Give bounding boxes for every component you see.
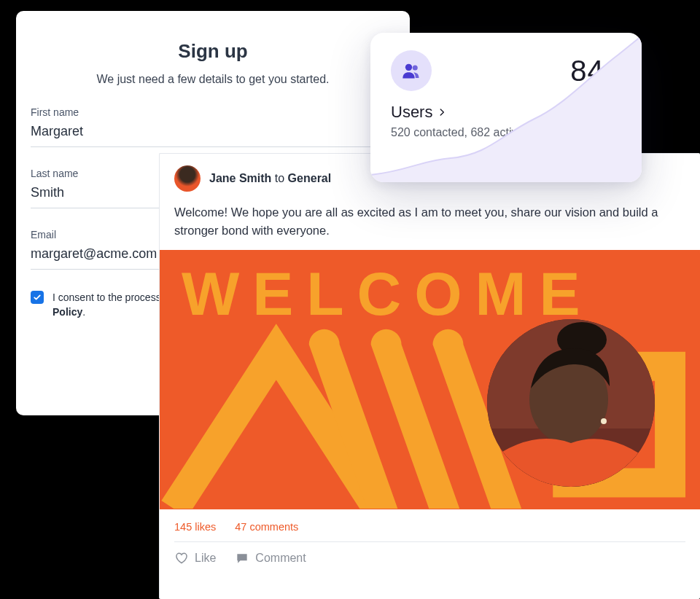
stats-card: 846 Users 520 contacted, 682 activated xyxy=(370,33,642,182)
svg-point-5 xyxy=(601,418,607,424)
consent-suffix: . xyxy=(82,306,85,318)
hero-photo xyxy=(487,319,655,487)
person-icon xyxy=(487,319,655,487)
post-actions: Like Comment xyxy=(160,542,700,565)
post-card: Jane Smith to General Welcome! We hope y… xyxy=(159,153,700,599)
heart-icon xyxy=(174,551,189,565)
people-icon xyxy=(401,60,421,81)
post-body: Welcome! We hope you are all as excited … xyxy=(160,199,700,250)
first-name-input[interactable] xyxy=(31,118,395,147)
svg-point-8 xyxy=(413,65,418,70)
post-hero: WELCOME xyxy=(160,250,700,509)
first-name-label: First name xyxy=(31,106,395,118)
comment-label: Comment xyxy=(255,552,306,565)
stats-subtext: 520 contacted, 682 activated xyxy=(370,122,642,139)
avatar[interactable] xyxy=(174,165,201,192)
stats-label: Users xyxy=(391,103,432,122)
comment-button[interactable]: Comment xyxy=(235,551,306,565)
consent-policy-link[interactable]: Policy xyxy=(52,306,82,318)
chevron-right-icon xyxy=(437,107,447,117)
post-author-line: Jane Smith to General xyxy=(209,172,331,185)
signup-title: Sign up xyxy=(31,40,395,63)
stats-label-row[interactable]: Users xyxy=(370,94,642,122)
comments-count[interactable]: 47 comments xyxy=(235,521,298,533)
like-label: Like xyxy=(195,552,216,565)
signup-subtitle: We just need a few details to get you st… xyxy=(31,73,395,86)
comment-icon xyxy=(235,551,249,565)
consent-prefix: I consent to the processing xyxy=(52,291,174,303)
like-button[interactable]: Like xyxy=(174,551,216,565)
post-stats: 145 likes 47 comments xyxy=(160,509,700,541)
stats-value: 846 xyxy=(570,55,621,87)
consent-checkbox[interactable] xyxy=(31,291,44,304)
check-icon xyxy=(33,293,42,302)
users-icon xyxy=(391,50,432,91)
hero-title: WELCOME xyxy=(182,259,594,329)
post-author-name[interactable]: Jane Smith xyxy=(209,172,271,184)
first-name-field: First name xyxy=(31,106,395,147)
post-channel[interactable]: General xyxy=(288,172,332,184)
post-to-word: to xyxy=(275,172,284,184)
consent-text: I consent to the processing Policy. xyxy=(52,290,174,320)
svg-point-7 xyxy=(405,64,412,71)
likes-count[interactable]: 145 likes xyxy=(174,521,216,533)
